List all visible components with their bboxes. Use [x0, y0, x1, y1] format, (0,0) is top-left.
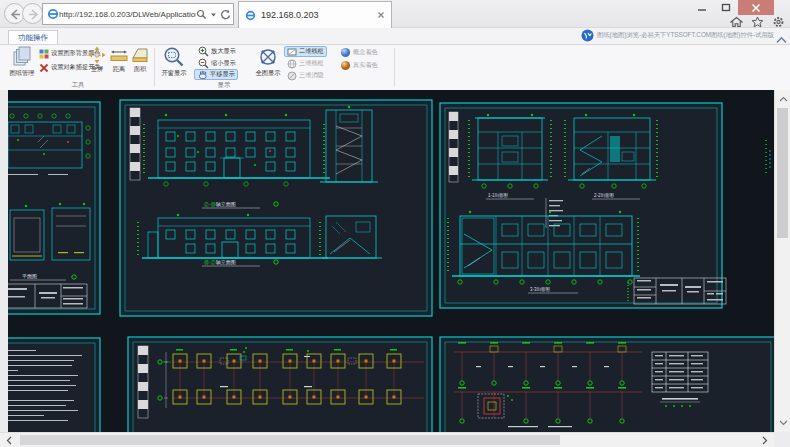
- zoom-out-icon: [198, 58, 209, 69]
- brand-logo-icon: [581, 29, 594, 42]
- address-bar[interactable]: http://192.168.0.203/DLWeb/Application/Y…: [42, 3, 234, 25]
- maximize-button[interactable]: [714, 0, 737, 15]
- measure-area-button[interactable]: 面积: [130, 46, 150, 74]
- ribbon-tab-function[interactable]: 功能操作: [8, 30, 58, 45]
- forward-button[interactable]: [22, 3, 43, 24]
- home-button[interactable]: [728, 15, 744, 28]
- search-icon[interactable]: [196, 9, 207, 20]
- browser-titlebar: http://192.168.0.203/DLWeb/Application/Y…: [0, 0, 790, 28]
- favorites-button[interactable]: [749, 15, 765, 28]
- refresh-icon[interactable]: [220, 9, 231, 20]
- elevation-1-label: ②-⑩轴立面图: [204, 201, 236, 208]
- tab-title: 192.168.0.203: [261, 10, 372, 20]
- drawing-manager-button[interactable]: 图纸管理: [6, 46, 38, 78]
- scrollbar-corner: [774, 432, 790, 447]
- settings-button[interactable]: [770, 15, 786, 28]
- visual-style-3d-hidden[interactable]: 三维消隐: [285, 70, 326, 81]
- window-left-border: [0, 90, 8, 432]
- pan-button[interactable]: 平移显示: [194, 69, 238, 80]
- area-shape-icon: [130, 46, 150, 64]
- brand-trial-text: 图纸(地图)浏览-必易天下YTSSOFT.COM图纸(地图)控件-试用版: [597, 31, 774, 40]
- section-1-label: 1-1剖面图: [488, 193, 508, 198]
- ribbon-group-display: 开窗显示 放大显示 缩小显示 平移显示: [158, 45, 390, 90]
- star-icon: [751, 16, 764, 28]
- visual-style-realistic[interactable]: 真实着色: [338, 60, 380, 71]
- ie-tab-icon: [245, 10, 256, 21]
- measure-distance-button[interactable]: 距离: [108, 46, 130, 74]
- visual-style-2d-wireframe[interactable]: 二维线框: [284, 46, 327, 57]
- cad-canvas[interactable]: 平面图: [8, 90, 774, 432]
- gear-icon: [772, 16, 785, 28]
- visual-style-conceptual[interactable]: 概念着色: [338, 47, 380, 58]
- sheet-elevations: ②-⑩轴立面图: [120, 100, 432, 316]
- horizontal-scrollbar[interactable]: [0, 432, 774, 447]
- url-text[interactable]: http://192.168.0.203/DLWeb/Application/Y…: [59, 10, 196, 19]
- cad-viewport: 平面图: [0, 90, 790, 447]
- chevron-up-icon: [779, 96, 788, 102]
- vertical-scroll-thumb[interactable]: [777, 108, 788, 238]
- ribbon: 功能操作 图纸(地图)浏览-必易天下YTSSOFT.COM图纸(地图)控件-试用…: [0, 28, 790, 90]
- home-icon: [730, 16, 743, 28]
- scroll-down-button[interactable]: [775, 416, 790, 430]
- zoom-extents-icon: [257, 46, 279, 68]
- sheet-sections: 1-1剖面图 2-2剖面图: [440, 103, 726, 308]
- zoom-window-icon: [163, 46, 185, 68]
- group-separator: [394, 48, 395, 86]
- browser-window: http://192.168.0.203/DLWeb/Application/Y…: [0, 0, 790, 447]
- plan-label: 平面图: [22, 273, 37, 280]
- pan-hand-icon: [197, 69, 208, 80]
- wireframe-2d-icon: [287, 47, 297, 57]
- group-label-display: 显示: [158, 81, 290, 90]
- tab-close-icon[interactable]: [377, 11, 385, 19]
- zoom-extents-button[interactable]: 全图显示: [252, 46, 284, 78]
- group-label-tools: 工具: [4, 81, 152, 90]
- ie-page-icon: [47, 8, 59, 20]
- zoom-in-icon: [198, 46, 209, 57]
- ribbon-panel: 图纸管理 设置图形背景颜色 设置对象捕捉开关: [0, 44, 790, 90]
- forward-arrow-icon: [25, 6, 42, 23]
- ribbon-group-tools: 图纸管理 设置图形背景颜色 设置对象捕捉开关: [4, 45, 152, 90]
- scroll-up-button[interactable]: [775, 92, 790, 106]
- chevron-right-icon: [762, 436, 768, 445]
- close-button[interactable]: [738, 0, 774, 15]
- stacked-papers-icon: [11, 46, 33, 68]
- close-icon: [751, 3, 761, 13]
- scroll-right-button[interactable]: [758, 433, 772, 447]
- section-2-label: 2-2剖面图: [594, 193, 614, 198]
- chevron-down-icon: [779, 420, 788, 426]
- visual-style-3d-wireframe[interactable]: 三维线框: [285, 58, 326, 69]
- sheet-foundation-plan: [128, 337, 432, 432]
- snap-toggle-x-icon: [39, 63, 49, 73]
- zoom-window-button[interactable]: 开窗显示: [158, 46, 190, 78]
- hidden-3d-icon: [287, 71, 297, 81]
- wireframe-3d-icon: [287, 59, 297, 69]
- scroll-left-button[interactable]: [2, 433, 16, 447]
- vertical-scrollbar[interactable]: [774, 90, 790, 432]
- fullscreen-button[interactable]: 全屏: [86, 46, 108, 74]
- sheet-column-plan: [440, 337, 774, 432]
- section-3-label: 3-3剖面图: [530, 287, 550, 292]
- minimize-icon: [697, 4, 707, 12]
- zoom-out-button[interactable]: 缩小显示: [196, 58, 238, 69]
- conceptual-sphere-icon: [340, 47, 351, 58]
- dropdown-caret-icon[interactable]: [210, 11, 217, 18]
- brand-area: 图纸(地图)浏览-必易天下YTSSOFT.COM图纸(地图)控件-试用版: [581, 29, 774, 42]
- realistic-sphere-icon: [340, 60, 351, 71]
- distance-ruler-icon: [109, 46, 129, 64]
- zoom-in-button[interactable]: 放大显示: [196, 46, 238, 57]
- sheet-notes: [8, 338, 100, 432]
- chevron-left-icon: [6, 436, 12, 445]
- color-palette-icon: [39, 49, 49, 59]
- browser-command-icons: [728, 15, 786, 28]
- fullscreen-arrows-icon: [88, 46, 106, 64]
- group-separator: [154, 48, 155, 86]
- horizontal-scroll-thumb[interactable]: [20, 435, 560, 445]
- maximize-icon: [721, 3, 731, 12]
- elevation-2-label: ⑩-②轴立面图: [204, 259, 236, 266]
- sheet-plan-details: 平面图: [8, 102, 100, 314]
- browser-tab[interactable]: 192.168.0.203: [238, 1, 392, 28]
- minimize-button[interactable]: [690, 0, 713, 15]
